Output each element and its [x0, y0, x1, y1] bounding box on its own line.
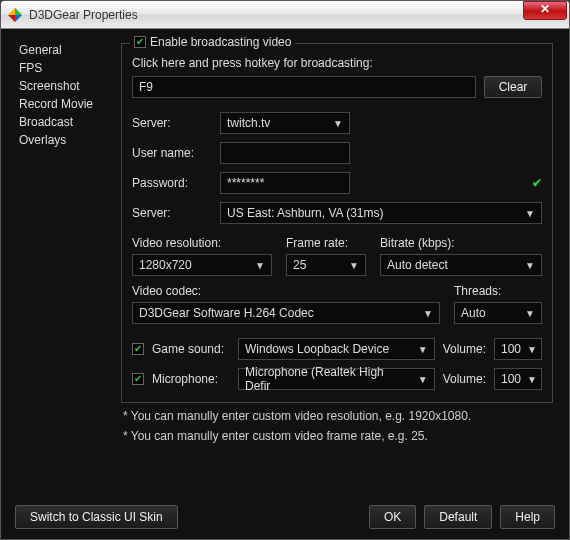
framerate-label: Frame rate: [286, 236, 366, 250]
streaming-service-select[interactable]: twitch.tv ▼ [220, 112, 350, 134]
chevron-down-icon: ▼ [525, 308, 535, 319]
codec-label: Video codec: [132, 284, 440, 298]
game-volume-select[interactable]: 100▼ [494, 338, 542, 360]
svg-marker-2 [15, 15, 22, 22]
microphone-device-select[interactable]: Microphone (Realtek High Defir▼ [238, 368, 435, 390]
chevron-down-icon: ▼ [418, 374, 428, 385]
ingest-server-label: Server: [132, 206, 212, 220]
ingest-server-select[interactable]: US East: Ashburn, VA (31ms) ▼ [220, 202, 542, 224]
svg-marker-3 [8, 15, 15, 22]
chevron-down-icon: ▼ [418, 344, 428, 355]
svg-marker-1 [15, 8, 22, 15]
mic-volume-label: Volume: [443, 372, 486, 386]
help-button[interactable]: Help [500, 505, 555, 529]
mic-volume-select[interactable]: 100▼ [494, 368, 542, 390]
game-sound-checkbox[interactable]: ✔ [132, 343, 144, 355]
threads-select[interactable]: Auto▼ [454, 302, 542, 324]
app-logo-icon [7, 7, 23, 23]
sidebar-item-fps[interactable]: FPS [19, 59, 111, 77]
chevron-down-icon: ▼ [349, 260, 359, 271]
codec-select[interactable]: D3DGear Software H.264 Codec▼ [132, 302, 440, 324]
microphone-checkbox[interactable]: ✔ [132, 373, 144, 385]
server-label: Server: [132, 116, 212, 130]
framerate-select[interactable]: 25▼ [286, 254, 366, 276]
sidebar-item-screenshot[interactable]: Screenshot [19, 77, 111, 95]
username-label: User name: [132, 146, 212, 160]
hotkey-prompt: Click here and press hotkey for broadcas… [132, 56, 542, 70]
chevron-down-icon: ▼ [255, 260, 265, 271]
sidebar-item-broadcast[interactable]: Broadcast [19, 113, 111, 131]
bitrate-select[interactable]: Auto detect▼ [380, 254, 542, 276]
chevron-down-icon: ▼ [525, 260, 535, 271]
game-sound-label: Game sound: [152, 342, 230, 356]
switch-skin-button[interactable]: Switch to Classic UI Skin [15, 505, 178, 529]
close-icon: ✕ [540, 2, 550, 16]
chevron-down-icon: ▼ [527, 344, 537, 355]
game-sound-device-select[interactable]: Windows Loopback Device▼ [238, 338, 435, 360]
window-title: D3DGear Properties [29, 8, 523, 22]
sidebar-item-record-movie[interactable]: Record Movie [19, 95, 111, 113]
close-button[interactable]: ✕ [523, 1, 567, 20]
broadcast-groupbox: ✔ Enable broadcasting video Click here a… [121, 43, 553, 403]
chevron-down-icon: ▼ [525, 208, 535, 219]
enable-broadcast-label: Enable broadcasting video [150, 35, 291, 49]
footer: Switch to Classic UI Skin OK Default Hel… [1, 495, 569, 539]
default-button[interactable]: Default [424, 505, 492, 529]
main-panel: ✔ Enable broadcasting video Click here a… [111, 29, 569, 495]
microphone-label: Microphone: [152, 372, 230, 386]
sidebar: General FPS Screenshot Record Movie Broa… [1, 29, 111, 495]
ok-button[interactable]: OK [369, 505, 416, 529]
username-input[interactable] [220, 142, 350, 164]
resolution-select[interactable]: 1280x720▼ [132, 254, 272, 276]
properties-window: D3DGear Properties ✕ General FPS Screens… [0, 0, 570, 540]
sidebar-item-overlays[interactable]: Overlays [19, 131, 111, 149]
note-resolution: * You can manully enter custom video res… [123, 409, 553, 423]
window-body: General FPS Screenshot Record Movie Broa… [1, 29, 569, 495]
clear-button[interactable]: Clear [484, 76, 542, 98]
password-label: Password: [132, 176, 212, 190]
password-input[interactable]: ******** [220, 172, 350, 194]
sidebar-item-general[interactable]: General [19, 41, 111, 59]
resolution-label: Video resolution: [132, 236, 272, 250]
checkmark-icon: ✔ [532, 176, 542, 190]
titlebar[interactable]: D3DGear Properties ✕ [1, 1, 569, 29]
chevron-down-icon: ▼ [423, 308, 433, 319]
note-framerate: * You can manully enter custom video fra… [123, 429, 553, 443]
chevron-down-icon: ▼ [333, 118, 343, 129]
group-legend: ✔ Enable broadcasting video [130, 35, 295, 49]
bitrate-label: Bitrate (kbps): [380, 236, 542, 250]
chevron-down-icon: ▼ [527, 374, 537, 385]
game-volume-label: Volume: [443, 342, 486, 356]
enable-broadcast-checkbox[interactable]: ✔ [134, 36, 146, 48]
threads-label: Threads: [454, 284, 542, 298]
hotkey-input[interactable]: F9 [132, 76, 476, 98]
